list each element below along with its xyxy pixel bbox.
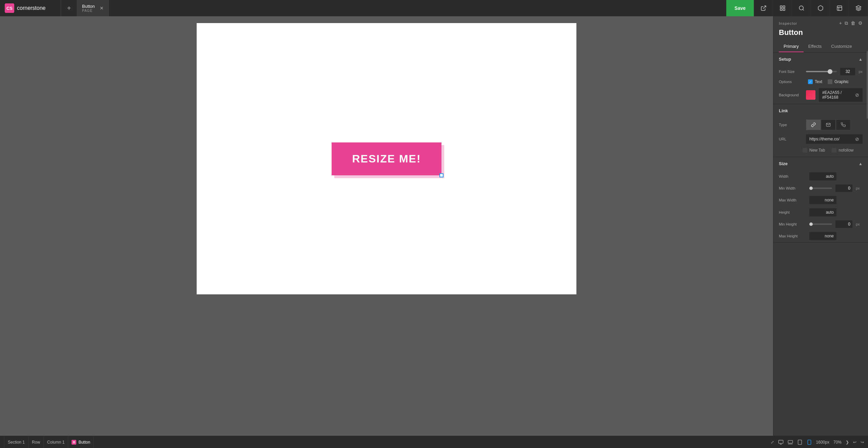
setup-header[interactable]: Setup ▲ (773, 53, 868, 66)
save-button[interactable]: Save (726, 0, 754, 16)
font-size-slider[interactable] (806, 71, 837, 72)
responsive-desktop-icon[interactable] (778, 440, 784, 445)
scrollbar[interactable] (867, 51, 868, 119)
link-header[interactable]: Link (773, 104, 868, 117)
new-tab-checkbox[interactable] (803, 148, 807, 153)
background-row: Background #EA2A55 / #F54168 ⊘ (773, 86, 868, 104)
tab-effects[interactable]: Effects (804, 41, 827, 52)
element-icon: B (72, 440, 76, 445)
svg-rect-1 (780, 6, 782, 7)
canvas-area[interactable]: RESIZE ME! (0, 16, 773, 436)
external-link-icon[interactable] (754, 0, 773, 16)
nofollow-option[interactable]: nofollow (832, 148, 853, 153)
min-width-label: Min Width (779, 186, 806, 190)
inspector-panel: Inspector + ⧉ 🗑 ⚙ Button Primary Effects… (773, 16, 868, 436)
topbar: CS cornerstone + Button PAGE ✕ Save (0, 0, 868, 16)
section-breadcrumb[interactable]: Section 1 (4, 436, 28, 448)
url-input[interactable]: https://theme.co/ ⊘ (806, 134, 863, 144)
url-label: URL (779, 137, 803, 141)
min-height-row: Min Height px (773, 218, 868, 230)
topbar-icons (754, 0, 868, 16)
resize-icon[interactable]: ⤢ (771, 440, 774, 445)
undo-icon[interactable]: ↩ (853, 440, 856, 445)
graphic-option[interactable]: Graphic (828, 79, 849, 84)
font-size-row: Font Size 32 px (773, 66, 868, 77)
min-width-row: Min Width px (773, 182, 868, 194)
font-size-input[interactable]: 32 (840, 68, 855, 75)
max-height-label: Max Height (779, 234, 806, 238)
inspector-gear-icon[interactable]: ⚙ (858, 20, 863, 26)
graphic-checkbox[interactable] (828, 79, 832, 84)
column-breadcrumb[interactable]: Column 1 (44, 436, 68, 448)
box-icon[interactable] (811, 0, 830, 16)
inspector-add-icon[interactable]: + (839, 20, 842, 26)
height-value[interactable]: auto (809, 208, 836, 216)
link-type-url[interactable] (806, 119, 821, 130)
add-button[interactable]: + (61, 0, 77, 16)
button-element[interactable]: RESIZE ME! (332, 142, 441, 175)
size-chevron: ▲ (859, 161, 863, 166)
tab-close[interactable]: ✕ (100, 5, 104, 11)
graphic-option-label: Graphic (834, 79, 849, 84)
height-row: Height auto (773, 206, 868, 218)
min-height-input[interactable] (835, 220, 852, 228)
resize-handle[interactable] (439, 173, 443, 177)
svg-marker-10 (856, 6, 861, 8)
tab-primary[interactable]: Primary (779, 41, 804, 52)
logo: CS cornerstone (0, 0, 61, 16)
link-type-label: Type (779, 123, 803, 127)
element-breadcrumb[interactable]: B Button (68, 436, 94, 448)
text-option[interactable]: ✓ Text (808, 79, 822, 84)
link-type-email[interactable] (821, 119, 836, 130)
setup-section: Setup ▲ Font Size 32 px Options ✓ Text (773, 53, 868, 104)
responsive-tablet-icon[interactable] (797, 440, 803, 445)
width-row: Width auto (773, 170, 868, 182)
responsive-mobile-icon[interactable] (807, 440, 812, 445)
link-type-phone[interactable] (836, 119, 851, 130)
main-area: RESIZE ME! Inspector + ⧉ 🗑 ⚙ Button Prim… (0, 16, 868, 436)
grid-icon[interactable] (773, 0, 792, 16)
min-width-input[interactable] (835, 184, 852, 192)
new-tab-label: New Tab (809, 148, 825, 153)
min-width-slider[interactable] (809, 188, 832, 189)
max-width-value[interactable]: none (809, 196, 836, 204)
inspector-trash-icon[interactable]: 🗑 (851, 20, 855, 26)
tab-sub: PAGE (82, 9, 95, 13)
tab-customize[interactable]: Customize (826, 41, 856, 52)
row-breadcrumb[interactable]: Row (28, 436, 44, 448)
text-checkbox[interactable]: ✓ (808, 79, 813, 84)
statusbar: Section 1 Row Column 1 B Button ⤢ 1600px… (0, 436, 868, 448)
background-color-value[interactable]: #EA2A55 / #F54168 ⊘ (819, 88, 863, 102)
link-section: Link Type URL (773, 104, 868, 157)
svg-point-5 (799, 6, 803, 10)
new-tab-option[interactable]: New Tab (803, 148, 825, 153)
statusbar-right: ⤢ 1600px 70% ❯ ↩ ↪ (771, 440, 864, 445)
max-height-value[interactable]: none (809, 232, 836, 240)
url-value: https://theme.co/ (809, 137, 840, 141)
layers-icon[interactable] (849, 0, 868, 16)
layout-icon[interactable] (830, 0, 849, 16)
svg-rect-11 (778, 440, 783, 443)
code-icon[interactable]: ❯ (846, 440, 849, 445)
redo-icon[interactable]: ↪ (861, 440, 864, 445)
responsive-laptop-icon[interactable] (788, 440, 793, 445)
options-row: Options ✓ Text Graphic (773, 77, 868, 86)
url-clear-icon[interactable]: ⊘ (855, 136, 859, 142)
background-color-preview[interactable] (806, 90, 815, 100)
inspector-copy-icon[interactable]: ⧉ (845, 20, 848, 26)
width-value[interactable]: auto (809, 172, 836, 180)
nofollow-checkbox[interactable] (832, 148, 836, 153)
inspector-title: Button (773, 28, 868, 41)
nofollow-label: nofollow (839, 148, 853, 153)
svg-rect-15 (798, 440, 802, 444)
page-tab[interactable]: Button PAGE ✕ (77, 0, 109, 16)
size-title: Size (779, 161, 788, 166)
link-type-row: Type (773, 117, 868, 132)
tab-name: Button (82, 4, 95, 9)
canvas-page: RESIZE ME! (197, 23, 576, 294)
search-icon[interactable] (792, 0, 811, 16)
min-height-slider[interactable] (809, 223, 832, 225)
size-header[interactable]: Size ▲ (773, 157, 868, 170)
svg-rect-7 (837, 6, 842, 11)
background-clear-icon[interactable]: ⊘ (855, 92, 859, 98)
